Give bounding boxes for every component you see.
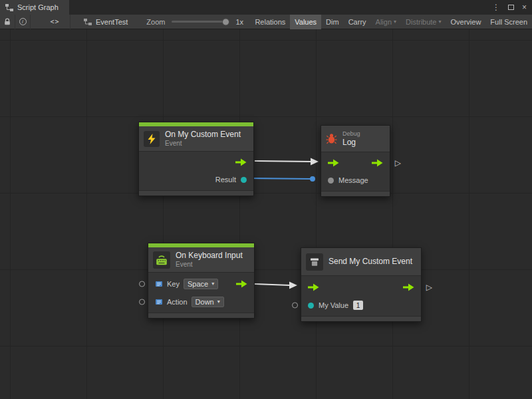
value-input-port-myvalue[interactable] — [308, 303, 314, 309]
caret-down-icon: ▾ — [439, 19, 442, 25]
node-category: Debug — [342, 130, 360, 138]
graph-icon — [5, 4, 13, 11]
node-debug-log[interactable]: Debug Log ▷ Message — [321, 125, 390, 197]
flow-input-port[interactable] — [328, 159, 339, 167]
maximize-icon[interactable] — [508, 5, 514, 10]
carry-button[interactable]: Carry — [344, 15, 371, 29]
connections-layer — [0, 29, 532, 399]
port-label-result: Result — [215, 176, 236, 184]
script-graph-window: Script Graph ⋮ × i <> EventTest Zoom 1x … — [0, 0, 532, 399]
value-input-port-action-outside[interactable] — [139, 299, 145, 305]
lock-icon — [4, 18, 11, 25]
zoom-slider-knob[interactable] — [222, 18, 229, 25]
close-icon[interactable]: × — [522, 3, 527, 11]
caret-down-icon: ▾ — [394, 19, 396, 25]
node-footer — [301, 316, 421, 321]
node-title: Send My Custom Event — [329, 257, 412, 266]
node-on-my-custom-event[interactable]: On My Custom Event Event Result — [138, 122, 254, 196]
caret-down-icon: ▾ — [211, 281, 214, 287]
node-subtitle: Event — [176, 261, 243, 269]
bug-icon — [326, 133, 337, 144]
value-input-port-myvalue-outside[interactable] — [292, 303, 298, 309]
keyboard-icon — [153, 251, 170, 269]
menu-icon[interactable]: ⋮ — [492, 3, 500, 11]
distribute-dropdown[interactable]: Distribute ▾ — [401, 15, 446, 29]
flow-output-port[interactable] — [372, 159, 383, 167]
connection-flow-keyboard-to-send[interactable] — [255, 282, 297, 289]
flow-output-port[interactable] — [403, 283, 414, 291]
node-send-my-custom-event[interactable]: Send My Custom Event ▷ My Value 1 — [301, 247, 422, 322]
node-title: On Keyboard Input — [176, 251, 243, 260]
value-input-port-key-outside[interactable] — [139, 281, 145, 287]
caret-down-icon: ▾ — [217, 299, 220, 305]
node-footer — [139, 190, 253, 196]
toolbar-toggles: Relations Values Dim Carry Align ▾ Distr… — [250, 15, 532, 29]
tab-bar: Script Graph ⋮ × — [0, 0, 532, 15]
node-footer — [321, 191, 390, 196]
relations-button[interactable]: Relations — [250, 15, 290, 29]
lightning-icon — [144, 131, 160, 147]
value-output-port-result[interactable] — [241, 177, 247, 183]
port-label-action: Action — [167, 298, 188, 306]
info-button[interactable]: i — [15, 15, 31, 29]
align-label: Align — [376, 18, 392, 26]
tab-title: Script Graph — [17, 3, 59, 11]
overview-button[interactable]: Overview — [446, 15, 486, 29]
node-subtitle: Event — [165, 140, 241, 148]
code-icon: <> — [50, 18, 59, 25]
window-controls: ⋮ × — [492, 0, 527, 15]
connection-flow-customevent-to-log[interactable] — [255, 158, 319, 166]
flow-output-port[interactable] — [235, 158, 247, 166]
graph-toolbar: i <> EventTest Zoom 1x Relations Values … — [0, 15, 532, 29]
key-dropdown-value: Space — [188, 280, 208, 288]
value-input-port-message[interactable] — [328, 178, 334, 184]
zoom-slider[interactable] — [172, 21, 229, 23]
lock-button[interactable] — [0, 15, 15, 29]
graph-canvas[interactable]: On My Custom Event Event Result — [0, 29, 532, 399]
node-title: On My Custom Event — [165, 130, 241, 139]
flow-continue-indicator: ▷ — [426, 283, 432, 291]
code-view-button[interactable]: <> — [40, 15, 70, 29]
align-dropdown[interactable]: Align ▾ — [371, 15, 401, 29]
port-label-my-value: My Value — [319, 301, 348, 309]
enum-icon — [155, 298, 163, 306]
flow-continue-indicator: ▷ — [395, 159, 401, 167]
port-label-message: Message — [338, 176, 368, 184]
node-title: Log — [342, 138, 360, 147]
node-on-keyboard-input[interactable]: On Keyboard Input Event Key Space ▾ — [148, 243, 255, 319]
full-screen-button[interactable]: Full Screen — [485, 15, 532, 29]
zoom-value: 1x — [235, 18, 243, 26]
breadcrumb-graph-name: EventTest — [96, 18, 128, 26]
tab-script-graph[interactable]: Script Graph — [0, 0, 69, 15]
key-dropdown[interactable]: Space ▾ — [184, 279, 218, 289]
zoom-label: Zoom — [146, 18, 165, 26]
enum-icon — [155, 280, 163, 288]
info-icon: i — [19, 18, 27, 25]
flow-output-port[interactable] — [236, 280, 247, 288]
my-value-input[interactable]: 1 — [353, 301, 363, 310]
script-graph-icon — [84, 19, 92, 25]
port-label-key: Key — [167, 280, 180, 288]
values-button[interactable]: Values — [290, 15, 321, 29]
action-dropdown-value: Down — [196, 298, 214, 306]
distribute-label: Distribute — [406, 18, 436, 26]
custom-event-icon — [306, 253, 323, 271]
node-footer — [148, 313, 254, 318]
action-dropdown[interactable]: Down ▾ — [192, 297, 224, 307]
flow-input-port[interactable] — [308, 283, 319, 291]
breadcrumb[interactable]: EventTest — [84, 18, 128, 26]
dim-button[interactable]: Dim — [321, 15, 344, 29]
